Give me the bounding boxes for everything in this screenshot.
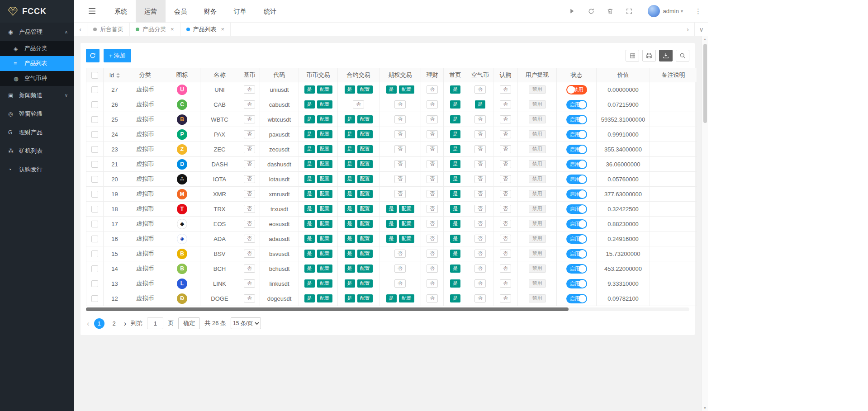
nav-menu-item[interactable]: 会员 bbox=[166, 0, 195, 23]
config-button[interactable]: 配置 bbox=[317, 145, 332, 153]
no-badge[interactable]: 否 bbox=[244, 265, 255, 273]
yes-badge[interactable]: 是 bbox=[345, 115, 355, 123]
config-button[interactable]: 配置 bbox=[317, 265, 332, 273]
status-toggle[interactable]: 启用 bbox=[566, 234, 587, 244]
yes-badge[interactable]: 是 bbox=[345, 265, 355, 273]
scroll-down-icon[interactable]: ▼ bbox=[703, 406, 707, 410]
page-number[interactable]: 2 bbox=[109, 318, 119, 329]
no-badge[interactable]: 否 bbox=[474, 160, 486, 168]
status-toggle[interactable]: 启用 bbox=[566, 204, 587, 214]
config-button[interactable]: 配置 bbox=[357, 279, 373, 288]
no-badge[interactable]: 否 bbox=[394, 265, 406, 273]
yes-badge[interactable]: 是 bbox=[450, 279, 460, 288]
withdraw-disabled-badge[interactable]: 禁用 bbox=[529, 235, 546, 243]
status-toggle[interactable]: 启用 bbox=[566, 219, 587, 229]
no-badge[interactable]: 否 bbox=[427, 205, 438, 213]
no-badge[interactable]: 否 bbox=[500, 160, 511, 168]
no-badge[interactable]: 否 bbox=[394, 115, 406, 123]
config-button[interactable]: 配置 bbox=[357, 294, 373, 302]
no-badge[interactable]: 否 bbox=[474, 145, 486, 153]
yes-badge[interactable]: 是 bbox=[345, 130, 355, 138]
config-button[interactable]: 配置 bbox=[317, 190, 332, 198]
yes-badge[interactable]: 是 bbox=[475, 100, 485, 109]
no-badge[interactable]: 否 bbox=[474, 294, 486, 302]
withdraw-disabled-badge[interactable]: 禁用 bbox=[529, 205, 546, 213]
status-toggle[interactable]: 启用 bbox=[566, 130, 587, 139]
yes-badge[interactable]: 是 bbox=[304, 250, 315, 258]
no-badge[interactable]: 否 bbox=[474, 130, 486, 138]
yes-badge[interactable]: 是 bbox=[304, 130, 315, 138]
no-badge[interactable]: 否 bbox=[474, 235, 486, 243]
config-button[interactable]: 配置 bbox=[399, 85, 414, 94]
yes-badge[interactable]: 是 bbox=[345, 250, 355, 258]
no-badge[interactable]: 否 bbox=[474, 190, 486, 198]
config-button[interactable]: 配置 bbox=[399, 294, 414, 302]
nav-menu-item[interactable]: 财务 bbox=[195, 0, 225, 23]
yes-badge[interactable]: 是 bbox=[386, 205, 397, 213]
no-badge[interactable]: 否 bbox=[474, 220, 486, 228]
tab-close-icon[interactable]: × bbox=[221, 26, 225, 33]
no-badge[interactable]: 否 bbox=[500, 250, 511, 258]
no-badge[interactable]: 否 bbox=[427, 175, 438, 183]
nav-menu-item[interactable]: 订单 bbox=[225, 0, 255, 23]
no-badge[interactable]: 否 bbox=[500, 294, 511, 302]
no-badge[interactable]: 否 bbox=[427, 145, 438, 153]
sidebar-item[interactable]: ⁂矿机列表 bbox=[0, 142, 74, 160]
no-badge[interactable]: 否 bbox=[474, 265, 486, 273]
no-badge[interactable]: 否 bbox=[427, 279, 438, 288]
prev-page-icon[interactable]: ‹ bbox=[87, 320, 90, 327]
config-button[interactable]: 配置 bbox=[357, 130, 373, 138]
no-badge[interactable]: 否 bbox=[244, 100, 255, 109]
config-button[interactable]: 配置 bbox=[317, 100, 332, 109]
yes-badge[interactable]: 是 bbox=[304, 265, 315, 273]
no-badge[interactable]: 否 bbox=[244, 190, 255, 198]
no-badge[interactable]: 否 bbox=[427, 294, 438, 302]
no-badge[interactable]: 否 bbox=[427, 115, 438, 123]
no-badge[interactable]: 否 bbox=[427, 220, 438, 228]
row-checkbox[interactable] bbox=[91, 176, 98, 183]
no-badge[interactable]: 否 bbox=[500, 100, 511, 109]
config-button[interactable]: 配置 bbox=[399, 235, 414, 243]
yes-badge[interactable]: 是 bbox=[345, 160, 355, 168]
column-header[interactable]: id bbox=[104, 68, 126, 82]
yes-badge[interactable]: 是 bbox=[345, 175, 355, 183]
no-badge[interactable]: 否 bbox=[244, 220, 255, 228]
withdraw-disabled-badge[interactable]: 禁用 bbox=[529, 294, 546, 302]
select-all-checkbox[interactable] bbox=[91, 72, 98, 79]
row-checkbox[interactable] bbox=[91, 101, 98, 108]
config-button[interactable]: 配置 bbox=[357, 115, 373, 123]
status-toggle[interactable]: 启用 bbox=[566, 175, 587, 184]
nav-menu-item[interactable]: 统计 bbox=[255, 0, 285, 23]
no-badge[interactable]: 否 bbox=[244, 235, 255, 243]
no-badge[interactable]: 否 bbox=[394, 160, 406, 168]
config-button[interactable]: 配置 bbox=[357, 85, 373, 94]
yes-badge[interactable]: 是 bbox=[345, 85, 355, 94]
yes-badge[interactable]: 是 bbox=[304, 190, 315, 198]
config-button[interactable]: 配置 bbox=[317, 85, 332, 94]
no-badge[interactable]: 否 bbox=[500, 175, 511, 183]
no-badge[interactable]: 否 bbox=[394, 175, 406, 183]
horizontal-scrollbar-thumb[interactable] bbox=[86, 307, 569, 311]
no-badge[interactable]: 否 bbox=[500, 145, 511, 153]
row-checkbox[interactable] bbox=[91, 86, 98, 93]
yes-badge[interactable]: 是 bbox=[450, 130, 460, 138]
yes-badge[interactable]: 是 bbox=[450, 175, 460, 183]
yes-badge[interactable]: 是 bbox=[450, 294, 460, 302]
no-badge[interactable]: 否 bbox=[474, 85, 486, 94]
no-badge[interactable]: 否 bbox=[427, 130, 438, 138]
no-badge[interactable]: 否 bbox=[474, 115, 486, 123]
no-badge[interactable]: 否 bbox=[394, 190, 406, 198]
withdraw-disabled-badge[interactable]: 禁用 bbox=[529, 175, 546, 183]
withdraw-disabled-badge[interactable]: 禁用 bbox=[529, 160, 546, 168]
tab-scroll-right-icon[interactable]: › bbox=[681, 23, 694, 36]
no-badge[interactable]: 否 bbox=[244, 279, 255, 288]
config-button[interactable]: 配置 bbox=[357, 160, 373, 168]
clear-cache-button[interactable] bbox=[601, 8, 620, 14]
no-badge[interactable]: 否 bbox=[244, 115, 255, 123]
yes-badge[interactable]: 是 bbox=[450, 190, 460, 198]
withdraw-disabled-badge[interactable]: 禁用 bbox=[529, 265, 546, 273]
row-checkbox[interactable] bbox=[91, 206, 98, 213]
page-number[interactable]: 1 bbox=[94, 318, 104, 329]
sidebar-subitem[interactable]: ◍空气币种 bbox=[0, 71, 74, 86]
yes-badge[interactable]: 是 bbox=[304, 100, 315, 109]
